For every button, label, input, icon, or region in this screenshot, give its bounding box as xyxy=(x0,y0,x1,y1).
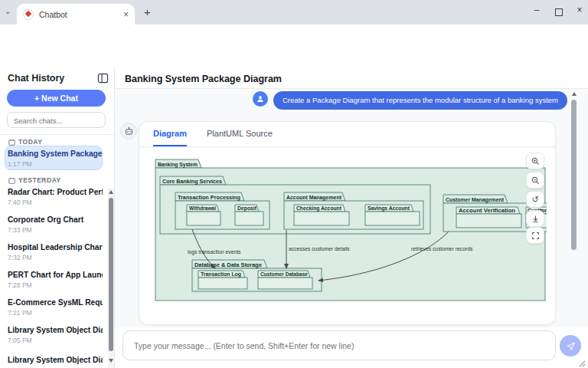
window-maximize-button[interactable] xyxy=(555,8,563,16)
message-box[interactable] xyxy=(122,330,556,360)
chat-item-time: 7:21 PM xyxy=(8,309,103,317)
package-checking-account: Checking Account xyxy=(294,205,349,225)
section-today: TODAY xyxy=(8,138,42,146)
zoom-in-icon xyxy=(531,157,540,166)
main-panel: Banking System Package Diagram Create a … xyxy=(115,67,588,368)
tab-search-icon[interactable]: ⌄ xyxy=(5,7,11,15)
search-chats-box[interactable] xyxy=(7,112,106,128)
chat-item[interactable]: Library System Object Diagr... 7:05 PM xyxy=(8,326,103,344)
package-label: Customer Management xyxy=(446,196,504,203)
download-icon xyxy=(531,215,540,223)
collapse-sidebar-icon[interactable] xyxy=(97,73,109,84)
sidebar-scrollbar-thumb[interactable] xyxy=(109,198,113,351)
zoom-in-button[interactable] xyxy=(526,153,544,169)
new-chat-button[interactable]: + New Chat xyxy=(7,90,106,107)
package-transaction-log: Transaction Log xyxy=(198,271,247,289)
section-label: TODAY xyxy=(18,138,42,146)
package-label: Banking System xyxy=(158,161,198,168)
section-label: YESTERDAY xyxy=(18,176,61,184)
chat-scrollbar-thumb[interactable] xyxy=(571,100,577,250)
chat-item-title: PERT Chart for App Launch xyxy=(8,271,103,279)
package-label: Customer Database xyxy=(260,271,308,277)
package-label: Withdrawal xyxy=(189,205,216,211)
user-message-row: Create a Package Diagram that represents… xyxy=(253,91,567,110)
new-tab-button[interactable]: + xyxy=(144,5,151,18)
package-customer-database: Customer Database xyxy=(258,271,312,289)
chat-item-title: Corporate Org Chart xyxy=(8,215,103,224)
conversation-title: Banking System Package Diagram xyxy=(125,74,282,84)
browser-tabstrip: ⌄ Chatbot × + – × xyxy=(0,0,588,25)
browser-window: ⌄ Chatbot × + – × ← → ↻ ai-toolbox.visua… xyxy=(0,0,588,368)
user-message-bubble: Create a Package Diagram that represents… xyxy=(273,91,567,110)
user-message-avatar xyxy=(253,91,268,107)
package-label: Database & Data Storage xyxy=(194,261,262,268)
window-close-button[interactable]: × xyxy=(571,5,588,15)
send-button[interactable] xyxy=(560,335,581,356)
chat-item[interactable]: Hospital Leadership Chart 7:32 PM xyxy=(8,243,103,261)
tab-title: Chatbot xyxy=(39,10,123,19)
site-favicon-icon xyxy=(23,9,34,20)
chat-area: Create a Package Diagram that represents… xyxy=(115,89,588,327)
package-label: Account Management xyxy=(286,194,341,201)
search-input[interactable] xyxy=(8,113,117,128)
package-label: Transaction Log xyxy=(201,271,241,278)
window-minimize-button[interactable]: – xyxy=(528,5,545,15)
browser-tab[interactable]: Chatbot × xyxy=(17,4,135,25)
edge-label: retrieves customer records xyxy=(411,246,473,251)
section-yesterday: YESTERDAY xyxy=(8,176,61,184)
edge-label: logs transaction events xyxy=(188,249,241,255)
message-input[interactable] xyxy=(123,331,555,360)
chat-item-time: 7:33 PM xyxy=(8,226,103,234)
chat-item-title: Library System Object Diagr... xyxy=(8,356,103,364)
chat-item-time: 7:32 PM xyxy=(8,254,103,261)
calendar-icon xyxy=(8,139,15,146)
package-label: Deposit xyxy=(237,205,257,212)
chat-item[interactable]: Radar Chart: Product Perfor... 7:40 PM xyxy=(8,188,103,206)
chat-item-title: Hospital Leadership Chart xyxy=(8,243,103,251)
chat-item[interactable]: Banking System Package Dia... 1:17 PM xyxy=(8,150,103,168)
package-label: Checking Account xyxy=(296,205,342,212)
package-withdrawal: Withdrawal xyxy=(187,205,220,225)
chat-item-time: 7:40 PM xyxy=(8,199,103,206)
chat-history-sidebar: Chat History + New Chat TODAY Banking Sy… xyxy=(0,67,115,368)
zoom-out-button[interactable] xyxy=(526,172,544,189)
package-account-verification: Account Verification xyxy=(456,207,521,228)
bot-avatar xyxy=(120,123,137,140)
browser-toolbar: ← → ↻ ai-toolbox.visual-paradigm.com/app… xyxy=(0,25,588,45)
chat-item[interactable]: PERT Chart for App Launch 7:28 PM xyxy=(8,271,103,289)
chat-item-title: Banking System Package Dia... xyxy=(8,150,103,158)
scroll-up-arrow-icon[interactable] xyxy=(109,190,113,194)
chat-item-title: Radar Chart: Product Perfor... xyxy=(8,188,103,196)
package-diagram[interactable]: Banking System Core Banking Services Tra… xyxy=(154,158,547,308)
bot-response-card: Diagram PlantUML Source xyxy=(139,121,556,325)
chat-scroll-up-icon[interactable] xyxy=(572,92,577,96)
calendar-icon xyxy=(8,177,15,184)
chat-item-time: 7:28 PM xyxy=(8,281,103,289)
package-label: Account Verification xyxy=(459,208,515,213)
tab-close-icon[interactable]: × xyxy=(123,10,129,19)
chat-item[interactable]: E-Commerce SysML Require... 7:21 PM xyxy=(8,298,103,317)
package-savings-account: Savings Account xyxy=(365,205,420,225)
chat-item-title: Library System Object Diagr... xyxy=(8,326,103,334)
fullscreen-icon xyxy=(531,232,540,240)
sidebar-title: Chat History xyxy=(8,73,64,84)
package-label: Savings Account xyxy=(368,205,410,212)
chat-item-title: E-Commerce SysML Require... xyxy=(8,298,103,307)
download-button[interactable] xyxy=(526,210,544,227)
send-paper-plane-icon xyxy=(566,341,576,351)
chat-item[interactable]: Corporate Org Chart 7:33 PM xyxy=(8,215,103,234)
app-header: Chatbot Powered by Visual Paradigm More … xyxy=(0,44,588,68)
tab-diagram[interactable]: Diagram xyxy=(153,122,187,146)
reset-icon: ↺ xyxy=(531,195,538,205)
chat-item[interactable]: Library System Object Diagr... xyxy=(8,356,103,364)
fullscreen-button[interactable] xyxy=(526,227,544,244)
message-input-bar xyxy=(115,327,588,368)
resize-grip-icon[interactable] xyxy=(577,358,586,367)
package-label: Core Banking Services xyxy=(162,178,222,185)
scroll-down-arrow-icon[interactable] xyxy=(109,359,113,363)
tab-plantuml-source[interactable]: PlantUML Source xyxy=(207,122,273,146)
robot-icon xyxy=(124,127,134,136)
reset-zoom-button[interactable]: ↺ xyxy=(526,191,544,208)
chat-item-time: 7:05 PM xyxy=(8,337,103,344)
chat-item-time: 1:17 PM xyxy=(8,160,103,168)
